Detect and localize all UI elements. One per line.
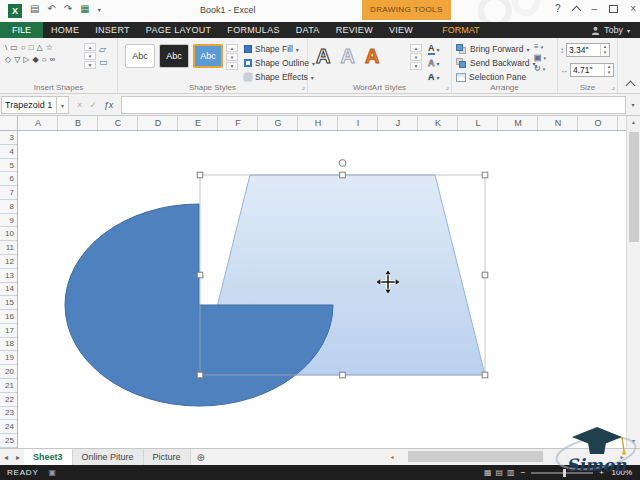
- sheet-tab-picture[interactable]: Picture: [144, 449, 191, 465]
- minimize-button[interactable]: –: [592, 3, 598, 14]
- width-spin-down[interactable]: ▾: [605, 70, 613, 76]
- scroll-left-button[interactable]: ◂: [386, 453, 398, 460]
- wordart-style-orange[interactable]: A: [365, 40, 379, 72]
- sheet-tab-online-piture[interactable]: Online Piture: [73, 449, 144, 465]
- selection-pane-button[interactable]: Selection Pane: [456, 70, 536, 84]
- excel-app-icon[interactable]: X: [8, 4, 22, 18]
- shape-outline-button[interactable]: Shape Outline ▾: [244, 56, 315, 70]
- selection-handle-nw[interactable]: [197, 172, 203, 178]
- collapse-ribbon-button[interactable]: [626, 81, 636, 91]
- rotate-button[interactable]: ↻▾: [534, 64, 546, 73]
- selection-handle-ne[interactable]: [482, 172, 488, 178]
- zoom-level[interactable]: 100%: [610, 468, 632, 477]
- shape-style-white[interactable]: Abc: [125, 44, 155, 68]
- shape-height-input[interactable]: 3.34" ▴ ▾: [566, 43, 610, 57]
- sheet-nav-right-icon[interactable]: ▸: [12, 453, 24, 462]
- undo-button[interactable]: ↶: [47, 3, 55, 17]
- selection-handle-e[interactable]: [482, 272, 488, 278]
- selection-handle-sw[interactable]: [197, 372, 203, 378]
- account-menu[interactable]: Toby ▾: [591, 25, 640, 35]
- expand-formula-bar-icon[interactable]: ▾: [626, 101, 640, 108]
- horizontal-scroll-track[interactable]: [398, 450, 616, 463]
- styles-down-button[interactable]: ▾: [226, 53, 238, 61]
- shape-gallery-row[interactable]: \▭○□△☆: [5, 43, 85, 52]
- shape-gallery-item[interactable]: ☆: [46, 43, 56, 52]
- styles-up-button[interactable]: ▴: [226, 44, 238, 52]
- horizontal-scroll-thumb[interactable]: [408, 451, 543, 462]
- rotation-handle[interactable]: [339, 160, 346, 167]
- selection-handle-w[interactable]: [197, 272, 203, 278]
- ribbon-tab[interactable]: HOME: [43, 22, 87, 38]
- selection-handle-se[interactable]: [482, 372, 488, 378]
- edit-shape-button[interactable]: ▱: [99, 44, 108, 54]
- ribbon-tab[interactable]: DATA: [288, 22, 328, 38]
- gallery-down-button[interactable]: ▾: [84, 52, 96, 60]
- scroll-up-button[interactable]: ▴: [627, 116, 640, 129]
- shape-gallery-item[interactable]: △: [36, 43, 45, 52]
- redo-button[interactable]: ↷: [64, 3, 72, 17]
- shape-gallery-item[interactable]: ▽: [14, 55, 23, 64]
- vertical-scroll-thumb[interactable]: [629, 132, 639, 242]
- save-button[interactable]: ▤: [30, 3, 39, 17]
- zoom-slider[interactable]: [531, 472, 593, 474]
- name-box[interactable]: Trapezoid 1: [1, 96, 57, 114]
- shape-gallery-item[interactable]: ∞: [49, 55, 58, 64]
- ribbon-tab[interactable]: PAGE LAYOUT: [138, 22, 219, 38]
- text-outline-button[interactable]: A ▾: [428, 56, 440, 70]
- new-sheet-button[interactable]: ⊕: [197, 452, 205, 463]
- shape-gallery-item[interactable]: ◆: [32, 55, 41, 64]
- height-spin-down[interactable]: ▾: [601, 50, 609, 56]
- sheet-nav-left-icon[interactable]: ◂: [0, 453, 12, 462]
- help-button[interactable]: ?: [555, 3, 561, 14]
- view-normal-icon[interactable]: ▦: [484, 468, 492, 477]
- scroll-down-button[interactable]: ▾: [627, 435, 640, 448]
- macro-record-icon[interactable]: ▣: [49, 468, 57, 477]
- formula-input[interactable]: [121, 96, 626, 114]
- text-box-button[interactable]: ▭: [99, 57, 108, 67]
- selection-handle-n[interactable]: [340, 172, 346, 178]
- customize-qat-button[interactable]: ▾: [98, 3, 101, 17]
- selection-handle-s[interactable]: [340, 372, 346, 378]
- shape-gallery-item[interactable]: ▭: [10, 43, 21, 52]
- sheet-tab-sheet3[interactable]: Sheet3: [24, 449, 73, 465]
- shape-gallery-item[interactable]: ◇: [5, 55, 14, 64]
- shape-width-input[interactable]: 4.71" ▴ ▾: [570, 63, 614, 77]
- group-button[interactable]: ▣▾: [534, 53, 546, 62]
- ribbon-options-icon[interactable]: [571, 5, 581, 15]
- ribbon-tab[interactable]: VIEW: [381, 22, 421, 38]
- send-backward-button[interactable]: Send Backward ▾: [456, 56, 536, 70]
- ribbon-tab[interactable]: INSERT: [87, 22, 138, 38]
- bring-forward-button[interactable]: Bring Forward ▾: [456, 42, 536, 56]
- wordart-down-button[interactable]: ▾: [410, 53, 422, 61]
- gallery-more-button[interactable]: ▼: [84, 61, 96, 69]
- view-page-break-icon[interactable]: ▥: [507, 468, 515, 477]
- ribbon-tab[interactable]: REVIEW: [328, 22, 381, 38]
- gallery-up-button[interactable]: ▴: [84, 43, 96, 51]
- view-page-layout-icon[interactable]: ▤: [496, 468, 504, 477]
- zoom-in-button[interactable]: +: [599, 468, 604, 477]
- zoom-slider-thumb[interactable]: [563, 469, 566, 477]
- enter-icon[interactable]: ✓: [89, 100, 97, 110]
- shape-gallery-item[interactable]: ○: [21, 43, 29, 52]
- tab-file[interactable]: FILE: [0, 22, 43, 38]
- shape-fill-button[interactable]: Shape Fill ▾: [244, 42, 315, 56]
- close-button[interactable]: ×: [630, 3, 636, 14]
- wordart-up-button[interactable]: ▴: [410, 44, 422, 52]
- text-fill-button[interactable]: A ▾: [428, 42, 440, 56]
- name-box-dropdown-icon[interactable]: ▾: [57, 96, 69, 114]
- styles-more-button[interactable]: ▼: [226, 62, 238, 70]
- ribbon-tab[interactable]: FORMULAS: [219, 22, 287, 38]
- insert-function-icon[interactable]: ƒx: [104, 100, 114, 110]
- scroll-right-button[interactable]: ▸: [616, 453, 628, 460]
- shape-style-blue-selected[interactable]: Abc: [193, 44, 223, 68]
- wordart-style-gray[interactable]: A: [340, 40, 354, 72]
- horizontal-scrollbar[interactable]: ◂ ▸: [386, 449, 628, 464]
- maximize-button[interactable]: [609, 5, 618, 13]
- shape-style-black[interactable]: Abc: [159, 44, 189, 68]
- vertical-scrollbar[interactable]: ▴ ▾: [626, 116, 640, 448]
- align-button[interactable]: ≡▾: [534, 42, 546, 51]
- touch-mode-button[interactable]: ▦: [80, 3, 89, 17]
- tab-format[interactable]: FORMAT: [433, 22, 488, 38]
- text-effects-button[interactable]: A ▾: [428, 70, 440, 84]
- wordart-more-button[interactable]: ▼: [410, 62, 422, 70]
